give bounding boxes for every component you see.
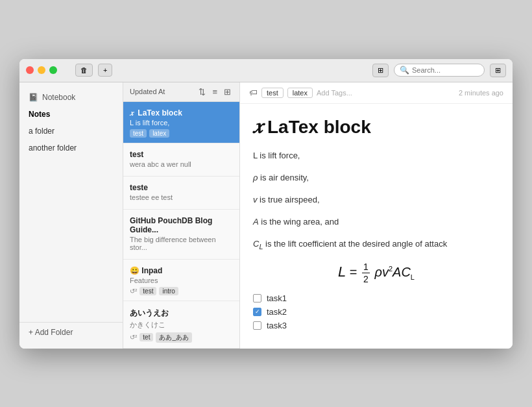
note-preview: かきくけこ: [130, 320, 233, 330]
notebook-label: Notebook: [42, 93, 75, 102]
title-math-symbol: 𝑥: [253, 114, 262, 138]
grid-view-button[interactable]: ⊞: [372, 64, 389, 77]
note-list: Updated At ⇅ ≡ ⊞ 𝑥 LaTex block L is lift…: [123, 82, 240, 349]
sidebar-item-a-folder[interactable]: a folder: [19, 123, 123, 140]
sidebar-notebook[interactable]: 📓 Notebook: [19, 89, 123, 106]
note-title: 𝑥 LaTex block: [130, 108, 233, 117]
tag-latex: latex: [149, 129, 169, 138]
sidebar: 📓 Notebook Notes a folder another folder…: [19, 82, 123, 349]
note-item-teste[interactable]: teste testee ee test: [123, 177, 239, 210]
body-line-5: CL is the lift coefficient at the desire…: [253, 237, 500, 253]
body-line-4: A is the wing area, and: [253, 215, 500, 229]
body-line-3: v is true airspeed,: [253, 193, 500, 207]
note-tags: test latex: [130, 129, 233, 138]
add-tag-input[interactable]: Add Tags...: [317, 89, 352, 97]
add-note-button[interactable]: +: [98, 64, 112, 77]
note-item-latex-block[interactable]: 𝑥 LaTex block L is lift force, test late…: [123, 102, 239, 143]
delete-button[interactable]: 🗑: [75, 64, 93, 77]
tag-intro: intro: [159, 287, 178, 295]
task-label-1: task1: [267, 293, 287, 303]
body-line-2: ρ is air density,: [253, 171, 500, 185]
tag-test: test: [139, 287, 156, 295]
task-item-2: task2: [253, 307, 500, 317]
note-preview: testee ee test: [130, 193, 233, 201]
sort-direction-button[interactable]: ⇅: [197, 86, 208, 97]
traffic-lights: [26, 66, 57, 74]
sidebar-item-another-folder[interactable]: another folder: [19, 140, 123, 156]
sort-label: Updated At: [130, 88, 194, 95]
search-icon: 🔍: [400, 66, 409, 75]
search-bar[interactable]: 🔍: [394, 64, 485, 77]
note-item-test[interactable]: test wera abc a wer null: [123, 143, 239, 177]
note-tags: ↺² tet ああ_ああ: [130, 332, 233, 343]
task-item-3: task3: [253, 321, 500, 330]
task-label-2: task2: [267, 307, 287, 317]
editor-timestamp: 2 minutes ago: [459, 89, 503, 97]
editor-title: 𝑥 LaTex block: [253, 114, 500, 138]
grid-icon: ⊞: [378, 66, 383, 75]
sync-icon: ↺²: [130, 288, 137, 295]
note-preview: L is lift force,: [130, 119, 233, 127]
note-title: 😀 Inpad: [130, 266, 233, 275]
note-tags: ↺² test intro: [130, 287, 233, 295]
minimize-button[interactable]: [38, 66, 45, 74]
add-folder-label: + Add Folder: [29, 328, 73, 337]
columns-button[interactable]: ⊞: [490, 64, 506, 77]
tag-test: test: [130, 129, 147, 138]
tag-icon: 🏷: [249, 88, 258, 97]
editor-header: 🏷 test latex Add Tags... 2 minutes ago: [240, 82, 513, 104]
note-preview: Features: [130, 277, 233, 284]
title-text: LaTex block: [267, 117, 371, 138]
column-view-button[interactable]: ⊞: [222, 86, 233, 97]
note-title: あいうえお: [130, 308, 233, 319]
note-list-header: Updated At ⇅ ≡ ⊞: [123, 82, 239, 102]
note-item-github-pouchdb[interactable]: GitHub PouchDB Blog Guide... The big dif…: [123, 210, 239, 260]
task-checkbox-1[interactable]: [253, 294, 261, 302]
tag-chip-latex[interactable]: latex: [287, 88, 313, 98]
list-view-button[interactable]: ≡: [210, 86, 219, 97]
task-list: task1 task2 task3: [253, 293, 500, 330]
note-item-japanese[interactable]: あいうえお かきくけこ ↺² tet ああ_ああ: [123, 301, 239, 349]
app-window: 🗑 + ⊞ 🔍 ⊞ 📓 Notebook Notes: [19, 59, 513, 349]
note-preview: wera abc a wer null: [130, 160, 233, 168]
tag-tet: tet: [139, 333, 153, 341]
note-title: GitHub PouchDB Blog Guide...: [130, 216, 233, 234]
main-content: 📓 Notebook Notes a folder another folder…: [19, 82, 513, 349]
plus-icon: +: [103, 66, 107, 74]
editor-body[interactable]: 𝑥 LaTex block L is lift force, ρ is air …: [240, 104, 513, 349]
note-editor: 🏷 test latex Add Tags... 2 minutes ago 𝑥…: [240, 82, 513, 349]
notebook-icon: 📓: [29, 93, 38, 102]
note-title: test: [130, 150, 233, 159]
sidebar-item-notes[interactable]: Notes: [19, 106, 123, 123]
body-line-1: L is lift force,: [253, 149, 500, 163]
note-item-inpad[interactable]: 😀 Inpad Features ↺² test intro: [123, 260, 239, 301]
close-button[interactable]: [26, 66, 34, 74]
search-input[interactable]: [412, 66, 479, 74]
fullscreen-button[interactable]: [49, 66, 57, 74]
note-preview: The big difference between stor...: [130, 236, 233, 251]
add-folder-button[interactable]: + Add Folder: [19, 322, 123, 342]
titlebar: 🗑 + ⊞ 🔍 ⊞: [19, 59, 513, 82]
sync-icon: ↺²: [130, 334, 137, 341]
tag-japanese: ああ_ああ: [156, 332, 192, 343]
task-checkbox-2[interactable]: [253, 308, 261, 316]
task-checkbox-3[interactable]: [253, 321, 261, 330]
note-title: teste: [130, 183, 233, 192]
columns-icon: ⊞: [495, 66, 501, 75]
formula-block: L = 1 2 ρv2ACL: [253, 262, 500, 284]
task-label-3: task3: [267, 321, 287, 330]
trash-icon: 🗑: [80, 66, 88, 74]
task-item-1: task1: [253, 293, 500, 303]
tag-chip-test[interactable]: test: [261, 88, 284, 98]
